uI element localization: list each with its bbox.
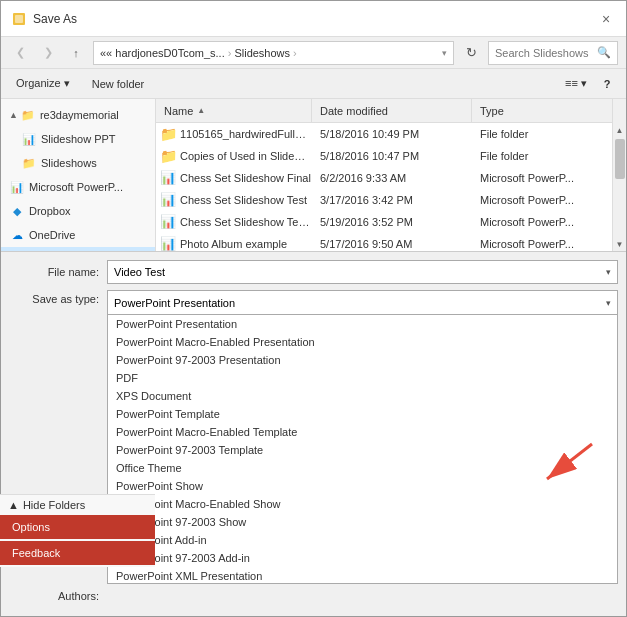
file-name: Chess Set Slideshow Test <box>180 194 312 206</box>
scroll-down-button[interactable]: ▼ <box>613 237 626 251</box>
tree-item-label: OneDrive <box>29 229 75 241</box>
left-panel-footer: ▲ Hide Folders Options Feedback <box>0 494 155 567</box>
organize-arrow: ▾ <box>64 77 70 89</box>
hide-folders-row: ▲ Hide Folders <box>0 494 155 515</box>
search-input[interactable] <box>495 47 597 59</box>
folder-icon: 📁 <box>156 126 180 142</box>
file-type: Microsoft PowerP... <box>472 172 612 184</box>
up-button[interactable]: ↑ <box>65 42 87 64</box>
close-button[interactable]: × <box>596 9 616 29</box>
view-options: ≡≡ ▾ ? <box>560 73 618 95</box>
back-button[interactable]: ❮ <box>9 42 31 64</box>
tree-item-dropbox[interactable]: ◆ Dropbox <box>1 199 155 223</box>
help-button[interactable]: ? <box>596 73 618 95</box>
folder-icon: 📁 <box>20 107 36 123</box>
tree-item-slideshow-ppt[interactable]: 📊 Slideshow PPT <box>1 127 155 151</box>
main-content: ▲ 📁 re3daymemorial 📊 Slideshow PPT 📁 Sli… <box>1 99 626 251</box>
tree-item-slideshows[interactable]: 📁 Slideshows <box>1 151 155 175</box>
tree-item-re3daymemorial[interactable]: ▲ 📁 re3daymemorial <box>1 103 155 127</box>
file-type: Microsoft PowerP... <box>472 238 612 250</box>
tree-item-label: Microsoft PowerP... <box>29 181 123 193</box>
breadcrumb-text: «« hardjonesD0Tcom_s... <box>100 47 225 59</box>
dropdown-option[interactable]: XPS Document <box>108 387 617 405</box>
organize-label: Organize <box>16 77 61 89</box>
breadcrumb[interactable]: «« hardjonesD0Tcom_s... › Slideshows › ▾ <box>93 41 454 65</box>
savetype-arrow: ▾ <box>606 298 611 308</box>
ppt-icon: 📊 <box>156 236 180 251</box>
vertical-scrollbar[interactable]: ▲ ▼ <box>612 123 626 251</box>
folder-icon: 📁 <box>156 148 180 164</box>
dropdown-option[interactable]: PowerPoint Macro-Enabled Template <box>108 423 617 441</box>
file-date: 5/18/2016 10:49 PM <box>312 128 472 140</box>
dropdown-option[interactable]: PowerPoint XML Presentation <box>108 567 617 584</box>
onedrive-icon: ☁ <box>9 227 25 243</box>
filename-row: File name: Video Test ▾ <box>9 260 618 284</box>
file-type: Microsoft PowerP... <box>472 194 612 206</box>
breadcrumb-expand[interactable]: ▾ <box>442 48 447 58</box>
dropdown-option[interactable]: PowerPoint Presentation <box>108 315 617 333</box>
dropdown-option[interactable]: PowerPoint 97-2003 Add-in <box>108 549 617 567</box>
table-row[interactable]: 📊 Chess Set Slideshow Test2 5/19/2016 3:… <box>156 211 612 233</box>
file-type: File folder <box>472 150 612 162</box>
col-date-header[interactable]: Date modified <box>312 99 472 122</box>
hide-folders-button[interactable]: ▲ Hide Folders <box>8 499 85 511</box>
file-name: 1105165_hardwiredFull_MT <box>180 128 312 140</box>
options-button[interactable]: Options <box>0 515 155 539</box>
tree-item-microsoft-powerp[interactable]: 📊 Microsoft PowerP... <box>1 175 155 199</box>
breadcrumb-current: Slideshows <box>234 47 290 59</box>
col-name-label: Name <box>164 105 193 117</box>
file-date: 5/17/2016 9:50 AM <box>312 238 472 250</box>
dropdown-option[interactable]: PowerPoint Show <box>108 477 617 495</box>
dropdown-option[interactable]: PowerPoint Template <box>108 405 617 423</box>
scroll-up-button[interactable]: ▲ <box>613 123 626 137</box>
dropdown-option[interactable]: PowerPoint Macro-Enabled Show <box>108 495 617 513</box>
folder-icon: 📁 <box>21 155 37 171</box>
table-row[interactable]: 📊 Chess Set Slideshow Final 6/2/2016 9:3… <box>156 167 612 189</box>
ppt-icon: 📊 <box>156 170 180 185</box>
hide-folders-label: Hide Folders <box>23 499 85 511</box>
refresh-button[interactable]: ↻ <box>460 42 482 64</box>
dropdown-option[interactable]: PowerPoint Add-in <box>108 531 617 549</box>
table-row[interactable]: 📊 Photo Album example 5/17/2016 9:50 AM … <box>156 233 612 251</box>
view-button[interactable]: ≡≡ ▾ <box>560 73 592 95</box>
savetype-value: PowerPoint Presentation <box>114 297 235 309</box>
search-icon: 🔍 <box>597 46 611 59</box>
feedback-button[interactable]: Feedback <box>0 541 155 565</box>
scroll-thumb <box>615 139 625 179</box>
table-row[interactable]: 📁 Copies of Used in SlideShow 5/18/2016 … <box>156 145 612 167</box>
savetype-selected[interactable]: PowerPoint Presentation ▾ <box>107 290 618 314</box>
dropdown-option[interactable]: Office Theme <box>108 459 617 477</box>
file-name: Chess Set Slideshow Test2 <box>180 216 312 228</box>
savetype-dropdown: PowerPoint Presentation ▾ PowerPoint Pre… <box>107 290 618 584</box>
file-name: Copies of Used in SlideShow <box>180 150 312 162</box>
file-name: Photo Album example <box>180 238 312 250</box>
tree-item-label: Slideshow PPT <box>41 133 116 145</box>
file-date: 3/17/2016 3:42 PM <box>312 194 472 206</box>
hide-folders-arrow: ▲ <box>8 499 19 511</box>
dropdown-option[interactable]: PowerPoint 97-2003 Show <box>108 513 617 531</box>
ppt-icon: 📊 <box>156 214 180 229</box>
new-folder-button[interactable]: New folder <box>85 75 152 93</box>
expand-arrow: ▲ <box>9 110 18 120</box>
dropdown-option[interactable]: PDF <box>108 369 617 387</box>
dropdown-option[interactable]: PowerPoint 97-2003 Template <box>108 441 617 459</box>
svg-rect-1 <box>15 15 23 23</box>
filename-dropdown-arrow: ▾ <box>606 267 611 277</box>
forward-button[interactable]: ❯ <box>37 42 59 64</box>
title-bar: Save As × <box>1 1 626 37</box>
dropdown-option[interactable]: PowerPoint Macro-Enabled Presentation <box>108 333 617 351</box>
file-list: 📁 1105165_hardwiredFull_MT 5/18/2016 10:… <box>156 123 612 251</box>
action-bar: Organize ▾ New folder ≡≡ ▾ ? <box>1 69 626 99</box>
col-date-label: Date modified <box>320 105 388 117</box>
table-row[interactable]: 📊 Chess Set Slideshow Test 3/17/2016 3:4… <box>156 189 612 211</box>
file-name: Chess Set Slideshow Final <box>180 172 312 184</box>
file-list-header: Name ▲ Date modified Type <box>156 99 626 123</box>
dropdown-option[interactable]: PowerPoint 97-2003 Presentation <box>108 351 617 369</box>
table-row[interactable]: 📁 1105165_hardwiredFull_MT 5/18/2016 10:… <box>156 123 612 145</box>
tree-item-onedrive[interactable]: ☁ OneDrive <box>1 223 155 247</box>
col-name-header[interactable]: Name ▲ <box>156 99 312 122</box>
col-type-header[interactable]: Type <box>472 99 612 122</box>
dialog-title: Save As <box>33 12 596 26</box>
filename-input[interactable]: Video Test ▾ <box>107 260 618 284</box>
organize-button[interactable]: Organize ▾ <box>9 74 77 93</box>
